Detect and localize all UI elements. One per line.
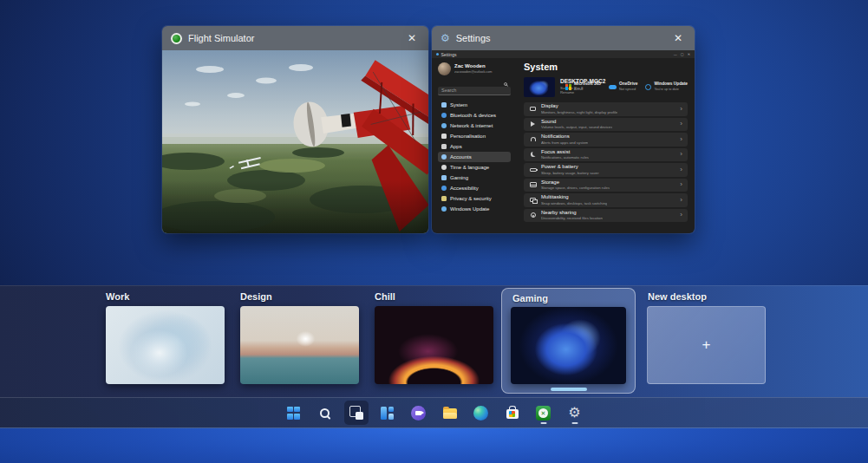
flight-simulator-preview[interactable] — [162, 50, 428, 233]
gaming-icon — [441, 175, 447, 180]
nav-item-accounts[interactable]: Accounts — [438, 152, 511, 162]
desktop-thumbnail-gaming[interactable] — [511, 307, 626, 384]
settings-preview[interactable]: Settings — ▢ ✕ Zac Wooden zacwooden@outl… — [432, 50, 695, 233]
nav-item-privacy-security[interactable]: Privacy & security — [438, 193, 511, 204]
settings-search-input[interactable] — [438, 87, 511, 95]
settings-titlebar[interactable]: Settings ✕ — [432, 26, 695, 50]
desktop-glow — [0, 428, 868, 463]
flight-simulator-titlebar[interactable]: Flight Simulator ✕ — [162, 26, 428, 50]
microsoft-365-tile[interactable]: Microsoft 365 Active — [565, 82, 601, 91]
sound-icon — [529, 121, 537, 127]
nav-item-gaming[interactable]: Gaming — [438, 173, 511, 183]
desktop-label-work: Work — [106, 291, 129, 302]
page-title: System — [524, 62, 688, 72]
widgets-button[interactable] — [375, 401, 400, 425]
store-button[interactable] — [500, 401, 525, 425]
nav-item-windows-update[interactable]: Windows Update — [438, 204, 511, 214]
close-window-button[interactable]: ✕ — [404, 31, 420, 45]
edge-button[interactable] — [469, 401, 493, 425]
settings-nav: System Bluetooth & devices Network & int… — [438, 100, 511, 214]
user-account[interactable]: Zac Wooden zacwooden@outlook.com — [438, 62, 511, 75]
settings-row-multitasking[interactable]: MultitaskingSnap windows, desktops, task… — [524, 193, 688, 207]
nav-item-system[interactable]: System — [438, 100, 511, 110]
settings-row-storage[interactable]: StorageStorage space, drives, configurat… — [524, 179, 688, 192]
settings-row-nearby-sharing[interactable]: Nearby sharingDiscoverability, received … — [524, 209, 688, 223]
settings-main: System DESKTOP-MGC2 Surface Pro 8 Rename — [515, 58, 695, 233]
bluetooth-icon — [441, 113, 447, 118]
personalisation-icon — [441, 134, 447, 139]
nav-item-accessibility[interactable]: Accessibility — [438, 183, 511, 193]
task-view-button[interactable] — [344, 401, 369, 425]
desktop-thumbnail-design[interactable] — [240, 306, 359, 384]
windows-update-icon — [645, 84, 651, 90]
search-button[interactable] — [313, 401, 337, 425]
focus-assist-icon — [529, 152, 537, 157]
desktop-thumbnail-chill[interactable] — [375, 306, 493, 384]
new-desktop-button[interactable]: + — [647, 306, 766, 384]
search-icon — [504, 82, 507, 86]
system-icon — [441, 102, 447, 108]
settings-gear-icon — [441, 32, 450, 44]
edge-icon — [473, 406, 488, 421]
nearby-sharing-icon — [529, 212, 537, 218]
start-button[interactable] — [282, 401, 306, 425]
settings-row-display[interactable]: DisplayMonitors, brightness, night light… — [524, 102, 688, 116]
desktop-label-gaming: Gaming — [512, 293, 548, 303]
apps-icon — [441, 144, 447, 149]
chevron-right-icon: › — [680, 181, 682, 188]
xbox-icon — [536, 406, 551, 421]
chat-camera-icon — [411, 406, 426, 421]
windows-update-tile[interactable]: Windows Update You're up to date — [645, 82, 688, 91]
new-desktop-label: New desktop — [648, 291, 707, 302]
onedrive-tile[interactable]: OneDrive Not synced — [609, 82, 637, 91]
plus-icon: + — [702, 336, 711, 354]
xbox-app-icon — [171, 33, 182, 44]
maximize-icon[interactable]: ▢ — [681, 52, 684, 56]
close-window-button[interactable]: ✕ — [670, 31, 686, 45]
settings-row-power-battery[interactable]: Power & batterySleep, battery usage, bat… — [524, 163, 688, 177]
flight-simulator-scene — [162, 50, 428, 233]
chevron-right-icon: › — [680, 197, 682, 204]
settings-rows: DisplayMonitors, brightness, night light… — [524, 102, 688, 222]
onedrive-icon — [609, 85, 617, 89]
desktop-label-design: Design — [240, 291, 272, 302]
settings-button[interactable] — [563, 401, 587, 425]
minimize-icon[interactable]: — — [674, 52, 677, 56]
desktop-thumbnail-work[interactable] — [106, 306, 225, 384]
nav-item-network-internet[interactable]: Network & internet — [438, 121, 511, 131]
chevron-right-icon: › — [680, 212, 682, 218]
nav-item-apps[interactable]: Apps — [438, 141, 511, 152]
user-email: zacwooden@outlook.com — [454, 70, 493, 75]
nav-item-time-language[interactable]: Time & language — [438, 162, 511, 173]
settings-row-focus-assist[interactable]: Focus assistNotifications, automatic rul… — [524, 148, 688, 162]
settings-window[interactable]: Settings ✕ Settings — ▢ ✕ Zac Wooden — [432, 26, 695, 233]
active-desktop-indicator — [551, 388, 587, 391]
nav-item-bluetooth-devices[interactable]: Bluetooth & devices — [438, 110, 511, 121]
chevron-right-icon: › — [680, 136, 682, 143]
settings-row-notifications[interactable]: NotificationsAlerts from apps and system… — [524, 133, 688, 147]
accessibility-icon — [441, 186, 447, 191]
nav-item-personalisation[interactable]: Personalisation — [438, 131, 511, 141]
windows-logo-icon — [287, 407, 300, 420]
desktop-label-chill: Chill — [375, 291, 395, 302]
notifications-icon — [529, 137, 537, 141]
window-title: Settings — [456, 33, 491, 43]
storage-icon — [529, 182, 537, 187]
settings-row-sound[interactable]: SoundVolume levels, output, input, sound… — [524, 118, 688, 132]
file-explorer-button[interactable] — [438, 401, 462, 425]
window-title: Flight Simulator — [188, 33, 254, 43]
settings-sidebar: Zac Wooden zacwooden@outlook.com System … — [432, 58, 515, 233]
taskbar — [0, 397, 868, 428]
store-bag-icon — [506, 409, 519, 419]
desktop-card-gaming-selected[interactable]: Gaming — [501, 288, 636, 394]
avatar — [438, 62, 451, 75]
privacy-security-icon — [441, 196, 447, 201]
device-wallpaper-thumbnail — [524, 77, 555, 97]
xbox-button[interactable] — [532, 401, 556, 425]
multitasking-icon — [529, 198, 537, 202]
flight-simulator-window[interactable]: Flight Simulator ✕ — [162, 26, 428, 233]
chat-button[interactable] — [407, 401, 431, 425]
task-view-screen: Flight Simulator ✕ — [0, 0, 868, 463]
widgets-icon — [381, 407, 394, 420]
close-icon[interactable]: ✕ — [688, 52, 690, 56]
